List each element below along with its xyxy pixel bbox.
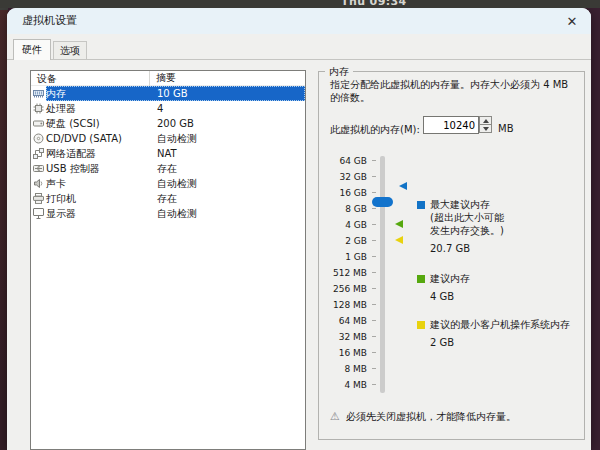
col-header-device: 设备 bbox=[31, 71, 150, 86]
memory-slider-track[interactable] bbox=[380, 156, 385, 393]
cd-dvd-icon bbox=[31, 133, 46, 144]
device-summary: 自动检测 bbox=[151, 177, 305, 191]
device-summary: 存在 bbox=[151, 162, 305, 176]
device-row-printer[interactable]: 打印机存在 bbox=[31, 191, 305, 206]
tick-label: 512 MB bbox=[327, 265, 367, 281]
device-row-display[interactable]: 显示器自动检测 bbox=[31, 206, 305, 221]
memory-amount-input[interactable] bbox=[423, 116, 479, 134]
device-row-usb-controller[interactable]: USB 控制器存在 bbox=[31, 161, 305, 176]
legend-title: 建议内存 bbox=[430, 272, 470, 285]
vm-settings-dialog: 虚拟机设置 ✕ 硬件 选项 设备 摘要 内存10 GB 处理器4 硬盘 (SCS… bbox=[7, 8, 591, 450]
tick-label: 32 GB bbox=[327, 169, 367, 185]
recommended-memory-swatch-icon bbox=[417, 275, 425, 283]
hard-disk-icon bbox=[31, 118, 46, 129]
memory-groupbox: 内存 指定分配给此虚拟机的内存量。内存大小必须为 4 MB 的倍数。 此虚拟机的… bbox=[318, 71, 585, 440]
device-summary: 存在 bbox=[151, 192, 305, 206]
spin-up-icon bbox=[483, 119, 489, 123]
network-adapter-icon bbox=[31, 148, 46, 159]
spin-down-icon bbox=[483, 127, 489, 131]
max-memory-swatch-icon bbox=[417, 201, 425, 209]
device-row-processors[interactable]: 处理器4 bbox=[31, 101, 305, 116]
tick-label: 16 MB bbox=[327, 345, 367, 361]
device-summary: 4 bbox=[151, 103, 305, 114]
spin-down-button[interactable] bbox=[479, 124, 492, 133]
warning-icon: ⚠ bbox=[330, 411, 340, 423]
minimum-memory-legend: 建议的最小客户机操作系统内存 2 GB bbox=[417, 318, 585, 349]
device-row-network-adapter[interactable]: 网络适配器NAT bbox=[31, 146, 305, 161]
printer-icon bbox=[31, 193, 46, 204]
legend-value: 20.7 GB bbox=[430, 242, 585, 255]
tick-label: 128 MB bbox=[327, 297, 367, 313]
tick-label: 64 MB bbox=[327, 313, 367, 329]
dialog-title: 虚拟机设置 bbox=[22, 8, 77, 34]
device-name: CD/DVD (SATA) bbox=[46, 133, 151, 144]
tab-options[interactable]: 选项 bbox=[53, 41, 87, 60]
memory-slider-handle[interactable] bbox=[372, 197, 393, 207]
memory-description: 指定分配给此虚拟机的内存量。内存大小必须为 4 MB 的倍数。 bbox=[330, 78, 580, 104]
minimum-memory-marker-icon bbox=[395, 236, 403, 244]
memory-unit-label: MB bbox=[498, 123, 514, 134]
device-row-memory[interactable]: 内存10 GB bbox=[31, 86, 305, 101]
clock: Thu 09:34 bbox=[341, 0, 407, 8]
device-name: 硬盘 (SCSI) bbox=[46, 117, 151, 131]
desktop-top-bar: Thu 09:34 bbox=[0, 0, 600, 8]
minimum-memory-swatch-icon bbox=[417, 321, 425, 329]
sound-card-icon bbox=[31, 178, 46, 189]
device-row-sound-card[interactable]: 声卡自动检测 bbox=[31, 176, 305, 191]
device-name: 打印机 bbox=[46, 192, 151, 206]
device-summary: 10 GB bbox=[151, 88, 305, 99]
tick-label: 32 MB bbox=[327, 329, 367, 345]
slider-tick-labels: 64 GB 32 GB 16 GB 8 GB 4 GB 2 GB 1 GB 51… bbox=[327, 153, 367, 393]
legend-note: 发生内存交换。) bbox=[430, 224, 585, 237]
slider-ticks bbox=[372, 160, 376, 386]
col-header-summary: 摘要 bbox=[150, 71, 305, 85]
tick-label: 16 GB bbox=[327, 185, 367, 201]
memory-icon bbox=[31, 88, 46, 99]
device-summary: 自动检测 bbox=[151, 132, 305, 146]
recommended-memory-marker-icon bbox=[395, 220, 403, 228]
close-icon: ✕ bbox=[567, 14, 578, 29]
device-name: 声卡 bbox=[46, 177, 151, 191]
legend-note: (超出此大小可能 bbox=[430, 211, 585, 224]
device-name: 网络适配器 bbox=[46, 147, 151, 161]
processor-icon bbox=[31, 103, 46, 114]
device-summary: NAT bbox=[151, 148, 305, 159]
recommended-memory-legend: 建议内存 4 GB bbox=[417, 272, 585, 303]
tick-label: 4 GB bbox=[327, 217, 367, 233]
tick-label: 2 GB bbox=[327, 233, 367, 249]
tab-panel-border bbox=[7, 59, 591, 60]
memory-amount-label: 此虚拟机的内存(M): bbox=[330, 123, 420, 137]
legend-title: 建议的最小客户机操作系统内存 bbox=[430, 318, 570, 331]
close-button[interactable]: ✕ bbox=[561, 11, 583, 31]
warning-text: 必须先关闭虚拟机，才能降低内存量。 bbox=[346, 410, 516, 424]
device-name: USB 控制器 bbox=[46, 162, 151, 176]
device-list[interactable]: 设备 摘要 内存10 GB 处理器4 硬盘 (SCSI)200 GB bbox=[30, 70, 306, 450]
device-name: 显示器 bbox=[46, 207, 151, 221]
tick-label: 64 GB bbox=[327, 153, 367, 169]
device-name: 处理器 bbox=[46, 102, 151, 116]
legend-title: 最大建议内存 bbox=[430, 198, 490, 211]
tick-label: 1 GB bbox=[327, 249, 367, 265]
tick-label: 8 MB bbox=[327, 361, 367, 377]
power-off-warning: ⚠ 必须先关闭虚拟机，才能降低内存量。 bbox=[330, 410, 516, 424]
legend-value: 4 GB bbox=[430, 290, 585, 303]
device-table-header: 设备 摘要 bbox=[31, 71, 305, 86]
max-memory-legend: 最大建议内存 (超出此大小可能 发生内存交换。) 20.7 GB bbox=[417, 198, 585, 255]
tick-label: 4 MB bbox=[327, 377, 367, 393]
device-name: 内存 bbox=[46, 87, 151, 101]
memory-spinner bbox=[479, 116, 492, 134]
max-memory-marker-icon bbox=[399, 182, 407, 190]
usb-controller-icon bbox=[31, 163, 46, 174]
device-row-hard-disk[interactable]: 硬盘 (SCSI)200 GB bbox=[31, 116, 305, 131]
tick-label: 256 MB bbox=[327, 281, 367, 297]
groupbox-title: 内存 bbox=[325, 65, 353, 79]
display-icon bbox=[31, 208, 46, 219]
dialog-titlebar[interactable]: 虚拟机设置 ✕ bbox=[7, 8, 591, 34]
device-summary: 200 GB bbox=[151, 118, 305, 129]
device-summary: 自动检测 bbox=[151, 207, 305, 221]
device-row-cd-dvd[interactable]: CD/DVD (SATA)自动检测 bbox=[31, 131, 305, 146]
tick-label: 8 GB bbox=[327, 201, 367, 217]
tab-hardware[interactable]: 硬件 bbox=[13, 39, 51, 60]
legend-value: 2 GB bbox=[430, 336, 585, 349]
